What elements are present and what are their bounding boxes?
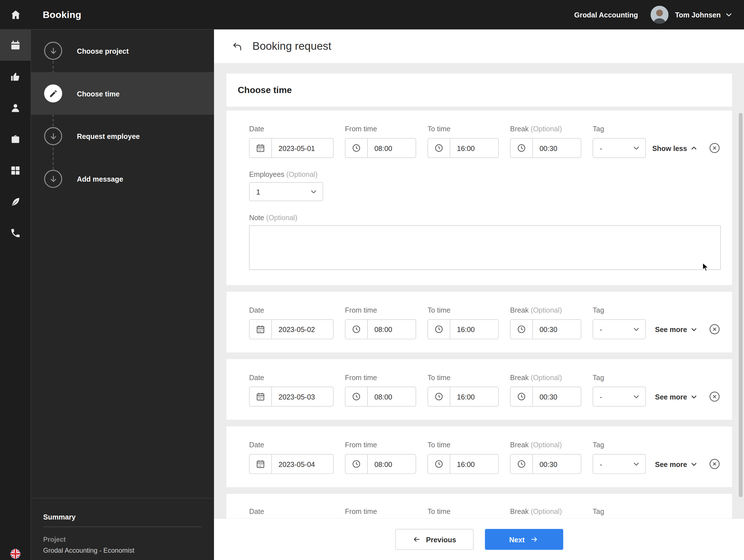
- tag-value: -: [593, 144, 602, 152]
- phone-icon: [10, 227, 21, 238]
- rail-item-projects[interactable]: [0, 123, 31, 155]
- date-value: 2023-05-03: [272, 393, 315, 401]
- from-time-label: From time: [345, 507, 377, 515]
- language-button[interactable]: [0, 549, 31, 559]
- rail-item-dashboard[interactable]: [0, 155, 31, 186]
- step-label: Choose project: [77, 47, 128, 55]
- clock-icon: [428, 139, 450, 158]
- date-input[interactable]: 2023-05-04: [249, 454, 333, 474]
- rail-item-calendar[interactable]: [0, 30, 31, 61]
- step-label: Choose time: [77, 89, 119, 98]
- clock-icon: [511, 139, 533, 158]
- collapsed-rows: Date 2023-05-02 From time 08:00 To time …: [226, 285, 732, 487]
- chevron-down-icon: [309, 188, 318, 196]
- chevron-down-icon: [690, 460, 698, 468]
- tag-select[interactable]: -: [593, 386, 646, 407]
- remove-row-button[interactable]: [708, 458, 721, 470]
- step-choose-time[interactable]: Choose time: [31, 72, 214, 115]
- to-time-input[interactable]: 16:00: [427, 454, 498, 474]
- chevron-down-icon: [632, 393, 640, 401]
- see-more-toggle[interactable]: See more: [655, 460, 698, 468]
- step-add-message[interactable]: Add message: [31, 157, 214, 200]
- from-time-input[interactable]: 08:00: [345, 138, 416, 158]
- employees-select[interactable]: 1: [249, 182, 323, 201]
- step-label: Add message: [77, 175, 123, 183]
- break-label: Break: [510, 507, 529, 515]
- chevron-down-icon: [632, 325, 640, 333]
- step-request-employee[interactable]: Request employee: [31, 115, 214, 157]
- tag-select[interactable]: -: [593, 138, 646, 158]
- user-avatar[interactable]: [650, 6, 668, 24]
- company-name[interactable]: Grodal Accounting: [574, 11, 638, 19]
- employees-label: Employees: [249, 171, 284, 179]
- page-header: Booking request: [214, 30, 744, 63]
- from-time-input[interactable]: 08:00: [345, 320, 416, 339]
- date-input[interactable]: 2023-05-02: [249, 320, 333, 339]
- from-time-input[interactable]: 08:00: [345, 454, 416, 474]
- remove-row-button[interactable]: [708, 323, 721, 335]
- from-time-label: From time: [345, 441, 377, 449]
- tag-label: Tag: [593, 373, 604, 381]
- to-time-label: To time: [427, 507, 450, 515]
- optional-label: (Optional): [286, 171, 318, 179]
- summary-panel: Summary Project Grodal Accounting - Econ…: [31, 498, 214, 560]
- from-time-label: From time: [345, 125, 377, 133]
- tag-select[interactable]: -: [593, 320, 646, 339]
- next-button[interactable]: Next: [485, 529, 563, 550]
- chevron-up-icon: [690, 144, 698, 152]
- optional-label: (Optional): [530, 441, 562, 449]
- from-time-label: From time: [345, 306, 377, 314]
- summary-project-value: Grodal Accounting - Economist: [43, 547, 202, 554]
- break-input[interactable]: 00:30: [510, 386, 581, 407]
- break-label: Break: [510, 441, 529, 449]
- scrollbar-thumb[interactable]: [739, 113, 743, 497]
- clock-icon: [345, 320, 368, 339]
- feather-icon: [10, 196, 21, 207]
- from-time-input[interactable]: 08:00: [345, 386, 416, 407]
- home-button[interactable]: [0, 0, 31, 30]
- to-time-input[interactable]: 16:00: [427, 138, 498, 158]
- optional-label: (Optional): [530, 306, 562, 314]
- rail-item-employees[interactable]: [0, 92, 31, 123]
- to-time-input[interactable]: 16:00: [427, 320, 498, 339]
- date-value: 2023-05-02: [272, 325, 315, 333]
- to-time-input[interactable]: 16:00: [427, 386, 498, 407]
- break-input[interactable]: 00:30: [510, 320, 581, 339]
- arrow-down-icon: [49, 46, 58, 55]
- remove-row-button[interactable]: [708, 390, 721, 403]
- clock-icon: [511, 455, 533, 474]
- to-time-label: To time: [427, 441, 450, 449]
- date-input[interactable]: 2023-05-01: [249, 138, 333, 158]
- step-choose-project[interactable]: Choose project: [31, 30, 214, 72]
- rail-item-approvals[interactable]: [0, 61, 31, 92]
- remove-row-button[interactable]: [708, 142, 721, 154]
- break-input[interactable]: 00:30: [510, 454, 581, 474]
- from-time-label: From time: [345, 373, 377, 381]
- to-time-label: To time: [427, 125, 450, 133]
- clock-icon: [428, 387, 450, 406]
- user-name[interactable]: Tom Johnsen: [675, 11, 721, 19]
- back-button[interactable]: [231, 40, 244, 52]
- show-less-toggle[interactable]: Show less: [652, 144, 698, 152]
- see-more-toggle[interactable]: See more: [655, 325, 698, 333]
- see-more-toggle[interactable]: See more: [655, 393, 698, 401]
- summary-project-label: Project: [43, 535, 202, 543]
- to-time-value: 16:00: [450, 144, 475, 152]
- rail-item-notes[interactable]: [0, 186, 31, 217]
- icon-rail: [0, 30, 31, 560]
- previous-button[interactable]: Previous: [395, 529, 473, 550]
- break-label: Break: [510, 125, 529, 133]
- break-input[interactable]: 00:30: [510, 138, 581, 158]
- tag-select[interactable]: -: [593, 454, 646, 474]
- date-input[interactable]: 2023-05-03: [249, 386, 333, 407]
- step-circle: [44, 170, 62, 188]
- rail-item-phone[interactable]: [0, 217, 31, 249]
- tag-value: -: [593, 325, 602, 333]
- tag-label: Tag: [593, 507, 604, 515]
- date-label: Date: [249, 125, 264, 133]
- clock-icon: [428, 455, 450, 474]
- circle-x-icon: [708, 390, 721, 403]
- user-menu-button[interactable]: [725, 11, 733, 18]
- step-circle: [44, 127, 62, 145]
- note-textarea[interactable]: [249, 225, 721, 270]
